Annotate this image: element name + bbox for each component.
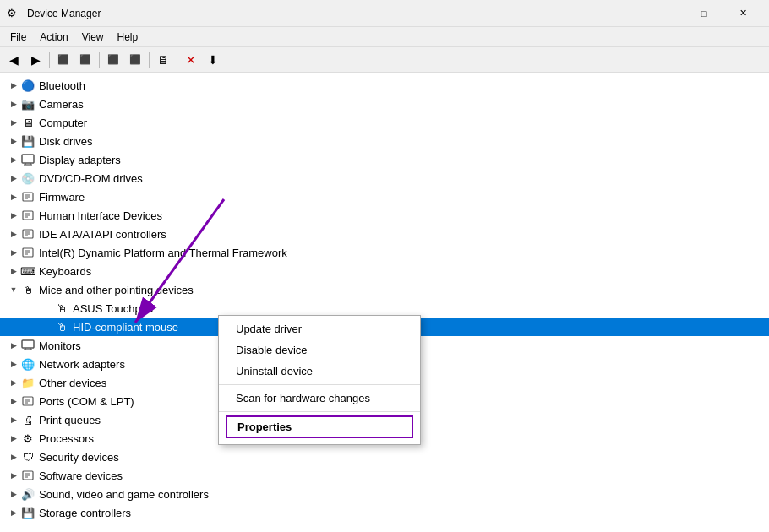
menu-view[interactable]: View	[75, 29, 111, 46]
security-icon: 🛡	[20, 449, 35, 464]
toggle-software[interactable]: ▶	[7, 469, 20, 482]
toggle-disk[interactable]: ▶	[7, 134, 20, 148]
tree-item-bluetooth[interactable]: ▶ 🔵 Bluetooth	[0, 76, 769, 95]
toolbar-btn-update[interactable]: ⬛	[125, 50, 145, 70]
minimize-button[interactable]: ─	[646, 0, 684, 27]
tree-item-intel[interactable]: ▶ Intel(R) Dynamic Platform and Thermal …	[0, 243, 769, 262]
context-menu: Update driver Disable device Uninstall d…	[218, 315, 421, 445]
toggle-asus	[41, 301, 54, 315]
hid-mouse-label: HID-compliant mouse	[73, 321, 178, 334]
toggle-ports[interactable]: ▶	[7, 394, 20, 408]
toggle-keyboards[interactable]: ▶	[7, 264, 20, 278]
storage-icon: 💾	[20, 505, 35, 520]
context-update-driver[interactable]: Update driver	[219, 318, 420, 339]
close-button[interactable]: ✕	[723, 0, 762, 27]
toggle-mice[interactable]: ▼	[7, 283, 20, 296]
context-scan-hardware[interactable]: Scan for hardware changes	[219, 388, 420, 409]
other-label: Other devices	[39, 377, 106, 389]
toggle-security[interactable]: ▶	[7, 450, 20, 464]
toggle-computer[interactable]: ▶	[7, 116, 20, 129]
toggle-firmware[interactable]: ▶	[7, 190, 20, 204]
ports-icon	[20, 394, 35, 409]
toggle-bluetooth[interactable]: ▶	[7, 79, 20, 92]
menu-help[interactable]: Help	[111, 29, 145, 46]
title-bar: ⚙ Device Manager ─ □ ✕	[0, 0, 769, 27]
tree-item-display[interactable]: ▶ Display adapters	[0, 150, 769, 169]
app-icon: ⚙	[7, 7, 20, 20]
context-disable-device[interactable]: Disable device	[219, 339, 420, 361]
tree-item-sound[interactable]: ▶ 🔊 Sound, video and game controllers	[0, 485, 769, 503]
bluetooth-label: Bluetooth	[39, 79, 85, 92]
ide-label: IDE ATA/ATAPI controllers	[39, 228, 166, 241]
toolbar-btn-1[interactable]: ⬛	[53, 50, 74, 70]
context-uninstall-device[interactable]: Uninstall device	[219, 361, 420, 382]
computer-icon: 🖥	[20, 115, 35, 130]
toggle-sound[interactable]: ▶	[7, 487, 20, 501]
toggle-other[interactable]: ▶	[7, 376, 20, 389]
tree-item-keyboards[interactable]: ▶ ⌨ Keyboards	[0, 262, 769, 280]
toggle-hid[interactable]: ▶	[7, 209, 20, 222]
context-properties[interactable]: Properties	[226, 415, 413, 438]
toggle-display[interactable]: ▶	[7, 153, 20, 166]
other-icon: 📁	[20, 375, 35, 390]
software-label: Software devices	[39, 470, 123, 482]
tree-item-firmware[interactable]: ▶ Firmware	[0, 187, 769, 206]
tree-item-ide[interactable]: ▶ IDE ATA/ATAPI controllers	[0, 225, 769, 243]
toolbar-sep-4	[177, 52, 177, 68]
toggle-monitors[interactable]: ▶	[7, 339, 20, 352]
svg-rect-0	[22, 155, 34, 163]
toolbar-btn-display[interactable]: 🖥	[153, 50, 173, 70]
toggle-storage[interactable]: ▶	[7, 506, 20, 519]
tree-item-mice[interactable]: ▼ 🖱 Mice and other pointing devices	[0, 280, 769, 299]
toolbar: ◀ ▶ ⬛ ⬛ ⬛ ⬛ 🖥 ✕ ⬇	[0, 47, 769, 73]
toolbar-btn-properties[interactable]: ⬛	[103, 50, 123, 70]
processors-icon: ⚙	[20, 431, 35, 446]
device-tree: ▶ 🔵 Bluetooth ▶ 📷 Cameras ▶ 🖥 Computer ▶…	[0, 73, 769, 525]
storage-label: Storage controllers	[39, 507, 131, 519]
tree-item-software[interactable]: ▶ Software devices	[0, 466, 769, 485]
toggle-ide[interactable]: ▶	[7, 227, 20, 241]
keyboards-label: Keyboards	[39, 265, 91, 278]
toolbar-btn-remove[interactable]: ✕	[181, 50, 201, 70]
tree-item-storage[interactable]: ▶ 💾 Storage controllers	[0, 503, 769, 522]
menu-action[interactable]: Action	[33, 29, 74, 46]
dvd-icon: 💿	[20, 171, 35, 186]
monitors-label: Monitors	[39, 339, 81, 352]
toolbar-btn-2[interactable]: ⬛	[75, 50, 95, 70]
asus-icon: 🖱	[54, 301, 69, 316]
tree-item-computer[interactable]: ▶ 🖥 Computer	[0, 113, 769, 132]
ports-label: Ports (COM & LPT)	[39, 395, 134, 408]
tree-item-hid[interactable]: ▶ Human Interface Devices	[0, 206, 769, 225]
menu-file[interactable]: File	[3, 29, 33, 46]
toggle-cameras[interactable]: ▶	[7, 97, 20, 111]
mice-label: Mice and other pointing devices	[39, 284, 194, 296]
toggle-dvd[interactable]: ▶	[7, 171, 20, 185]
toggle-intel[interactable]: ▶	[7, 246, 20, 259]
network-icon: 🌐	[20, 356, 35, 372]
toolbar-btn-scan[interactable]: ⬇	[203, 50, 223, 70]
toggle-print[interactable]: ▶	[7, 413, 20, 426]
toggle-network[interactable]: ▶	[7, 357, 20, 371]
tree-item-security[interactable]: ▶ 🛡 Security devices	[0, 448, 769, 466]
maximize-button[interactable]: □	[684, 0, 723, 27]
svg-rect-20	[22, 340, 34, 348]
toolbar-sep-3	[149, 52, 150, 68]
processors-label: Processors	[39, 432, 94, 445]
keyboards-icon: ⌨	[20, 263, 35, 279]
disk-icon: 💾	[20, 133, 35, 149]
cameras-icon: 📷	[20, 96, 35, 111]
tree-item-disk[interactable]: ▶ 💾 Disk drives	[0, 132, 769, 150]
mice-icon: 🖱	[20, 282, 35, 297]
tree-item-cameras[interactable]: ▶ 📷 Cameras	[0, 95, 769, 113]
window-title: Device Manager	[27, 8, 646, 19]
display-label: Display adapters	[39, 154, 121, 166]
forward-button[interactable]: ▶	[25, 50, 46, 70]
display-icon	[20, 152, 35, 167]
security-label: Security devices	[39, 451, 119, 464]
cameras-label: Cameras	[39, 98, 84, 111]
tree-item-dvd[interactable]: ▶ 💿 DVD/CD-ROM drives	[0, 169, 769, 187]
sound-label: Sound, video and game controllers	[39, 488, 209, 501]
back-button[interactable]: ◀	[3, 50, 24, 70]
toggle-processors[interactable]: ▶	[7, 432, 20, 445]
firmware-icon	[20, 189, 35, 204]
